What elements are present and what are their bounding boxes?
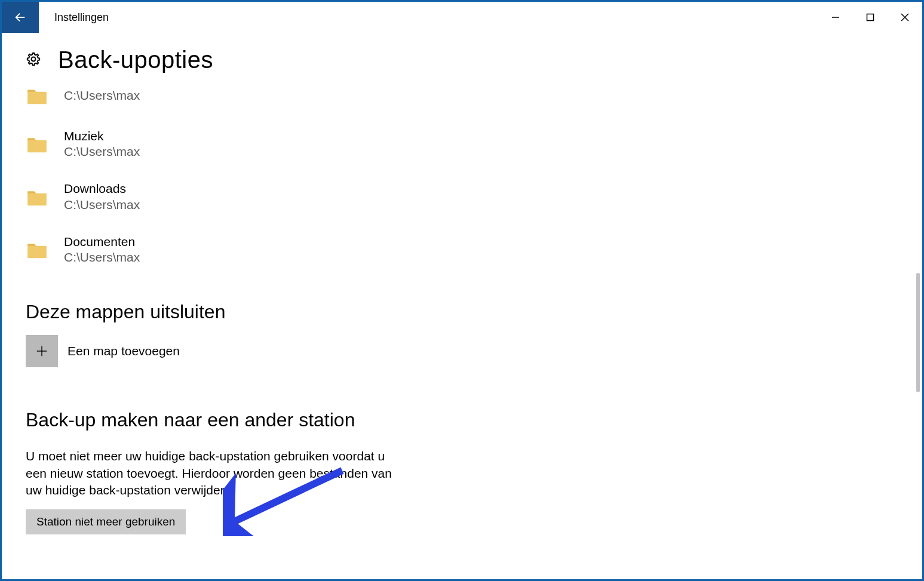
folder-name: Downloads (64, 181, 140, 196)
folder-path: C:\Users\max (64, 249, 140, 265)
svg-point-5 (32, 57, 36, 61)
folder-item[interactable]: C:\Users\max (26, 81, 922, 114)
titlebar: Instellingen (2, 2, 922, 33)
content-area: Back-upopties C:\Users\max (2, 35, 922, 579)
close-button[interactable] (888, 2, 922, 33)
arrow-left-icon (14, 11, 27, 24)
stop-using-drive-button[interactable]: Station niet meer gebruiken (26, 509, 186, 534)
other-drive-heading: Back-up maken naar een ander station (2, 373, 922, 443)
folder-name: Documenten (64, 234, 140, 249)
folder-icon (26, 186, 48, 208)
folder-icon (26, 238, 48, 261)
svg-rect-2 (867, 14, 874, 21)
add-folder-label: Een map toevoegen (67, 344, 180, 358)
plus-box (26, 335, 58, 367)
add-folder-button[interactable]: Een map toevoegen (2, 335, 922, 367)
back-button[interactable] (2, 2, 39, 33)
page-header: Back-upopties (2, 35, 922, 81)
folder-text: Documenten C:\Users\max (64, 234, 140, 265)
settings-window: Instellingen Back-upopties (0, 0, 924, 581)
folder-item[interactable]: Downloads C:\Users\max (26, 177, 922, 219)
folder-text: C:\Users\max (64, 87, 140, 103)
window-title: Instellingen (39, 2, 109, 33)
folder-name: Muziek (64, 128, 140, 143)
other-drive-info: U moet niet meer uw huidige back-upstati… (2, 448, 408, 499)
scrollbar-thumb[interactable] (916, 273, 920, 392)
folder-icon (26, 133, 48, 155)
close-icon (901, 13, 909, 21)
maximize-button[interactable] (853, 2, 888, 33)
maximize-icon (866, 13, 874, 21)
folder-list: C:\Users\max Muziek C:\Users\max (2, 81, 922, 272)
minimize-button[interactable] (818, 2, 853, 33)
folder-text: Downloads C:\Users\max (64, 181, 140, 212)
folder-path: C:\Users\max (64, 143, 140, 159)
folder-path: C:\Users\max (64, 87, 140, 103)
plus-icon (35, 345, 48, 358)
exclude-folders-heading: Deze mappen uitsluiten (2, 283, 922, 335)
minimize-icon (831, 13, 840, 21)
page-title: Back-upopties (58, 47, 213, 73)
window-controls (818, 2, 922, 33)
scrollbar[interactable] (916, 70, 920, 577)
folder-text: Muziek C:\Users\max (64, 128, 140, 159)
folder-item[interactable]: Documenten C:\Users\max (26, 230, 922, 272)
folder-icon (26, 84, 48, 107)
gear-icon (26, 51, 41, 69)
folder-path: C:\Users\max (64, 196, 140, 213)
folder-item[interactable]: Muziek C:\Users\max (26, 125, 922, 167)
